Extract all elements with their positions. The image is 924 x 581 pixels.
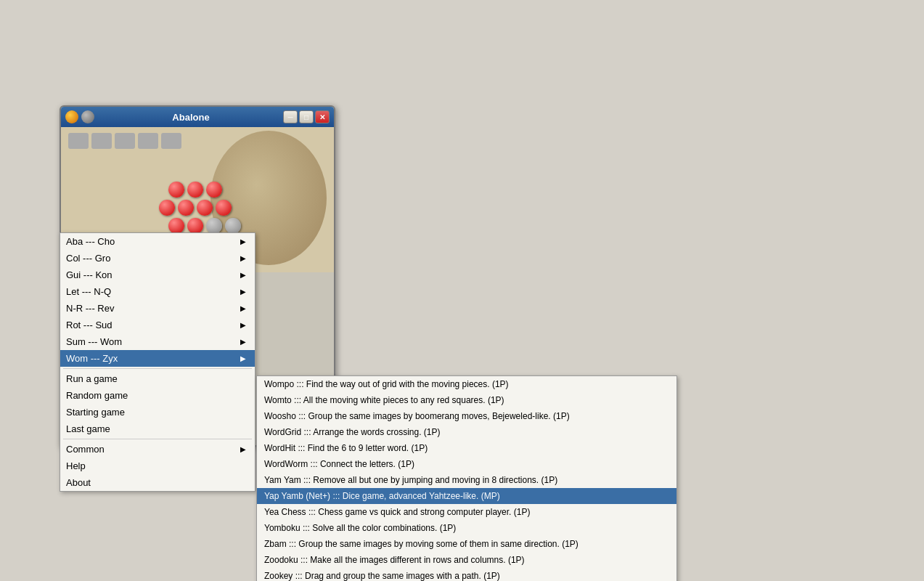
submenu-arrow-sum: ▶ <box>240 338 246 346</box>
submenu-yea-chess[interactable]: Yea Chess ::: Chess game vs quick and st… <box>257 504 676 520</box>
app-icon-orange <box>65 110 78 123</box>
marble-red-6 <box>197 200 213 216</box>
submenu-arrow-rot: ▶ <box>240 321 246 329</box>
menu-item-about[interactable]: About <box>60 474 255 491</box>
right-submenu: Wompo ::: Find the way out of grid with … <box>256 375 677 581</box>
marble-red-5 <box>178 200 194 216</box>
submenu-wordgrid[interactable]: WordGrid ::: Arrange the words crossing.… <box>257 424 676 440</box>
marble-red-2 <box>187 182 203 198</box>
menu-item-starting-game[interactable]: Starting game <box>60 404 255 420</box>
title-buttons: ─ □ ✕ <box>283 110 330 123</box>
marble-gray-1 <box>206 218 222 234</box>
slot-4 <box>138 133 158 149</box>
window-title: Abalone <box>99 112 283 123</box>
slot-1 <box>68 133 89 149</box>
app-icon-gray <box>81 110 94 123</box>
menu-item-wom-zyx[interactable]: Wom --- Zyx ▶ <box>60 350 255 367</box>
submenu-yomboku[interactable]: Yomboku ::: Solve all the color combinat… <box>257 520 676 536</box>
left-menu: Aba --- Cho ▶ Col --- Gro ▶ Gui --- Kon … <box>60 232 255 492</box>
close-button[interactable]: ✕ <box>315 110 330 123</box>
menu-item-col-gro[interactable]: Col --- Gro ▶ <box>60 250 255 267</box>
slot-5 <box>161 133 181 149</box>
marble-gray-2 <box>225 218 241 234</box>
title-bar-icons <box>65 110 94 123</box>
submenu-wompo[interactable]: Wompo ::: Find the way out of grid with … <box>257 376 676 392</box>
marble-red-9 <box>187 218 203 234</box>
separator-1 <box>63 368 252 369</box>
menu-item-rot-sud[interactable]: Rot --- Sud ▶ <box>60 317 255 333</box>
title-bar: Abalone ─ □ ✕ <box>61 107 334 127</box>
menu-item-nr-rev[interactable]: N-R --- Rev ▶ <box>60 300 255 317</box>
menu-item-aba-cho[interactable]: Aba --- Cho ▶ <box>60 233 255 250</box>
marble-red-1 <box>168 182 184 198</box>
submenu-wordhit[interactable]: WordHit ::: Find the 6 to 9 letter word.… <box>257 440 676 456</box>
marble-red-4 <box>159 200 175 216</box>
submenu-woosho[interactable]: Woosho ::: Group the same images by boom… <box>257 408 676 424</box>
marble-red-7 <box>216 200 232 216</box>
menu-item-random-game[interactable]: Random game <box>60 387 255 404</box>
submenu-womto[interactable]: Womto ::: All the moving white pieces to… <box>257 392 676 408</box>
menu-item-let-nq[interactable]: Let --- N-Q ▶ <box>60 283 255 300</box>
submenu-zookey[interactable]: Zookey ::: Drag and group the same image… <box>257 568 676 581</box>
submenu-yap-yamb[interactable]: Yap Yamb (Net+) ::: Dice game, advanced … <box>257 488 676 504</box>
menu-item-help[interactable]: Help <box>60 458 255 474</box>
slot-2 <box>91 133 112 149</box>
marble-red-3 <box>206 182 222 198</box>
submenu-zoodoku[interactable]: Zoodoku ::: Make all the images differen… <box>257 552 676 568</box>
submenu-zbam[interactable]: Zbam ::: Group the same images by moving… <box>257 536 676 552</box>
menu-item-common[interactable]: Common ▶ <box>60 441 255 458</box>
submenu-yam-yam[interactable]: Yam Yam ::: Remove all but one by jumpin… <box>257 472 676 488</box>
submenu-arrow-col: ▶ <box>240 254 246 262</box>
slot-row <box>68 133 181 149</box>
menu-item-last-game[interactable]: Last game <box>60 420 255 437</box>
submenu-wordworm[interactable]: WordWorm ::: Connect the letters. (1P) <box>257 456 676 472</box>
submenu-arrow-aba: ▶ <box>240 237 246 245</box>
minimize-button[interactable]: ─ <box>283 110 298 123</box>
maximize-button[interactable]: □ <box>299 110 314 123</box>
submenu-arrow-common: ▶ <box>240 445 246 453</box>
submenu-arrow-gui: ▶ <box>240 271 246 279</box>
menu-item-gui-kon[interactable]: Gui --- Kon ▶ <box>60 267 255 283</box>
slot-3 <box>115 133 135 149</box>
submenu-arrow-nr: ▶ <box>240 304 246 312</box>
submenu-arrow-let: ▶ <box>240 288 246 296</box>
marble-red-8 <box>168 218 184 234</box>
menu-item-sum-wom[interactable]: Sum --- Wom ▶ <box>60 333 255 350</box>
menu-item-run-game[interactable]: Run a game <box>60 370 255 387</box>
separator-2 <box>63 439 252 439</box>
submenu-arrow-wom: ▶ <box>240 354 246 362</box>
